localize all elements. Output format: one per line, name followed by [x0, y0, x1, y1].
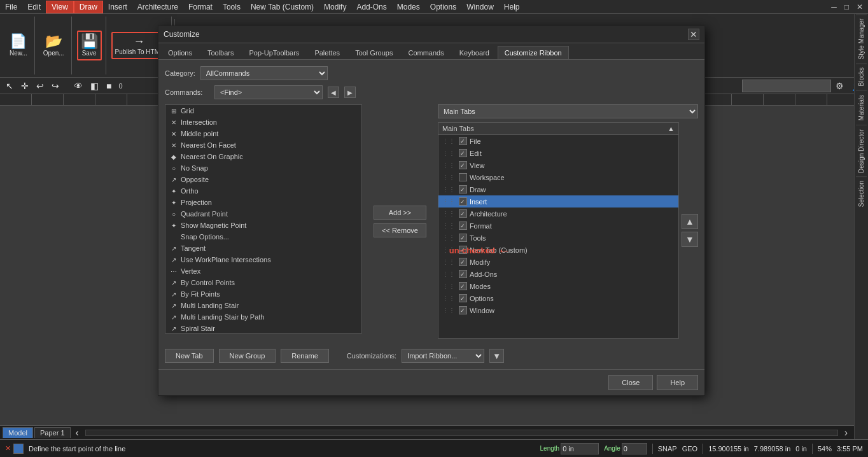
new-group-btn[interactable]: New Group [219, 349, 276, 363]
length-input[interactable] [561, 443, 599, 454]
tab-list-item[interactable]: ⋮⋮✓Format [438, 220, 678, 232]
menu-window[interactable]: Window [461, 1, 499, 13]
toolbar-search[interactable] [742, 80, 831, 92]
move-down-btn[interactable]: ▼ [682, 232, 698, 247]
menu-file[interactable]: File [0, 1, 22, 13]
redo-btn[interactable]: ↪ [48, 79, 62, 93]
tab-checkbox[interactable]: ✓ [459, 306, 467, 314]
scroll-right-btn[interactable]: › [841, 427, 851, 439]
command-item[interactable]: ↗By Fit Points [165, 288, 361, 300]
tab-list-item[interactable]: ⋮⋮✓Modify [438, 256, 678, 268]
menu-insert[interactable]: Insert [103, 1, 132, 13]
move-tool[interactable]: ✛ [18, 79, 32, 93]
model-tab[interactable]: Model [3, 427, 33, 438]
tab-popup[interactable]: Pop-UpToolbars [242, 46, 307, 59]
menu-newtab[interactable]: New Tab (Custom) [246, 1, 319, 13]
tab-checkbox[interactable]: ✓ [459, 246, 467, 254]
undo-btn[interactable]: ↩ [33, 79, 47, 93]
tab-commands[interactable]: Commands [401, 46, 451, 59]
layer-btn[interactable]: ◧ [87, 79, 102, 93]
tab-keyboard[interactable]: Keyboard [452, 46, 496, 59]
tab-checkbox[interactable]: ✓ [459, 185, 467, 193]
tab-list-item[interactable]: ⋮⋮✓Modes [438, 280, 678, 292]
restore-btn[interactable]: □ [842, 3, 851, 11]
settings-icon[interactable]: ⚙ [832, 79, 847, 93]
tab-list-item[interactable]: ⋮⋮Workspace [438, 171, 678, 183]
category-select[interactable]: AllCommands [200, 66, 328, 80]
blocks-tab[interactable]: Blocks [856, 63, 867, 90]
command-item[interactable]: ↗Spiral Stair [165, 323, 361, 334]
command-item[interactable]: ⋯Vertex [165, 265, 361, 277]
command-item[interactable]: ○No Snap [165, 162, 361, 174]
rename-btn[interactable]: Rename [281, 349, 329, 363]
tab-checkbox[interactable]: ✓ [459, 234, 467, 242]
command-item[interactable]: ◆Nearest On Graphic [165, 151, 361, 162]
tab-list-item[interactable]: ⋮⋮✓Edit [438, 147, 678, 159]
tab-palettes[interactable]: Palettes [307, 46, 347, 59]
help-dialog-btn[interactable]: Help [657, 375, 698, 390]
tab-checkbox[interactable]: ✓ [459, 282, 467, 290]
tab-options[interactable]: Options [161, 46, 199, 59]
command-item[interactable]: ↗Multi Landing Stair by Path [165, 311, 361, 323]
collapse-icon[interactable]: ▲ [668, 125, 675, 132]
menu-modes[interactable]: Modes [392, 1, 425, 13]
menu-view[interactable]: View [46, 1, 74, 13]
command-item[interactable]: ↗Opposite [165, 174, 361, 185]
tab-list-item[interactable]: ⋮⋮✓View [438, 159, 678, 171]
tab-checkbox[interactable]: ✓ [459, 149, 467, 157]
open-button[interactable]: 📂 Open... [40, 31, 67, 60]
commands-list[interactable]: ⊞Grid✕Intersection✕Middle point✕Nearest … [165, 104, 362, 334]
commands-select[interactable]: <Find> [214, 85, 323, 99]
close-dialog-btn[interactable]: Close [608, 375, 653, 390]
remove-button[interactable]: << Remove [374, 223, 426, 237]
tab-list-item[interactable]: ⋮⋮✓Tools [438, 232, 678, 244]
tab-checkbox[interactable]: ✓ [459, 137, 467, 145]
tab-checkbox[interactable]: ✓ [459, 161, 467, 169]
command-item[interactable]: ✕Middle point [165, 128, 361, 139]
command-item[interactable]: ✦Show Magnetic Point [165, 220, 361, 231]
save-button[interactable]: 💾 Save [77, 31, 102, 60]
eye-btn[interactable]: 👁 [71, 79, 86, 93]
import-ribbon-select[interactable]: Import Ribbon... [402, 349, 484, 363]
angle-input[interactable] [622, 443, 647, 454]
menu-addons[interactable]: Add-Ons [351, 1, 391, 13]
command-item[interactable]: ↗By Control Points [165, 277, 361, 288]
minimize-btn[interactable]: ─ [829, 3, 839, 11]
style-manager-tab[interactable]: Style Manager [856, 14, 867, 63]
menu-help[interactable]: Help [499, 1, 525, 13]
tab-list-item[interactable]: ⋮⋮✓Options [438, 292, 678, 304]
import-dropdown-btn[interactable]: ▼ [489, 349, 504, 363]
tab-list-item[interactable]: ⋮⋮✓New Tab (Custom) [438, 244, 678, 256]
tab-checkbox[interactable] [459, 173, 467, 181]
black-btn[interactable]: ■ [103, 79, 115, 93]
dialog-close-button[interactable]: ✕ [688, 29, 699, 40]
selection-tab[interactable]: Selection [856, 176, 867, 211]
command-item[interactable]: ↗Use WorkPlane Intersections [165, 254, 361, 265]
command-item[interactable]: ↗Tangent [165, 243, 361, 254]
tab-list-item[interactable]: ⋮⋮✓Add-Ons [438, 268, 678, 280]
menu-edit[interactable]: Edit [22, 1, 46, 13]
menu-draw[interactable]: Draw [74, 1, 103, 13]
menu-tools[interactable]: Tools [218, 1, 246, 13]
command-item[interactable]: ○Quadrant Point [165, 208, 361, 220]
new-button[interactable]: 📄 New... [6, 31, 31, 60]
tab-checkbox[interactable]: ✓ [459, 221, 467, 230]
command-item[interactable]: ✦Ortho [165, 185, 361, 197]
add-button[interactable]: Add >> [374, 206, 426, 220]
customize-dialog[interactable]: Customize ✕ Options Toolbars Pop-UpToolb… [158, 25, 705, 396]
tab-list-item[interactable]: ⋮⋮✓File [438, 135, 678, 147]
command-item[interactable]: ✦Projection [165, 197, 361, 208]
tab-list-item[interactable]: ⋮⋮✓Insert [438, 195, 678, 207]
tab-list-item[interactable]: ⋮⋮✓Window [438, 304, 678, 316]
tab-list-item[interactable]: ⋮⋮✓Draw [438, 183, 678, 195]
tabs-list[interactable]: Main Tabs ▲ ⋮⋮✓File⋮⋮✓Edit⋮⋮✓View⋮⋮Works… [438, 122, 679, 339]
close-btn[interactable]: ✕ [854, 3, 865, 11]
nav-prev-btn[interactable]: ◀ [328, 87, 339, 98]
paper1-tab[interactable]: Paper 1 [34, 427, 71, 438]
menu-architecture[interactable]: Architecture [132, 1, 183, 13]
tab-toolbars[interactable]: Toolbars [200, 46, 241, 59]
command-item[interactable]: Snap Options... [165, 231, 361, 243]
tab-customize-ribbon[interactable]: Customize Ribbon [498, 46, 569, 59]
menu-options[interactable]: Options [425, 1, 461, 13]
horizontal-scrollbar[interactable] [85, 430, 838, 436]
